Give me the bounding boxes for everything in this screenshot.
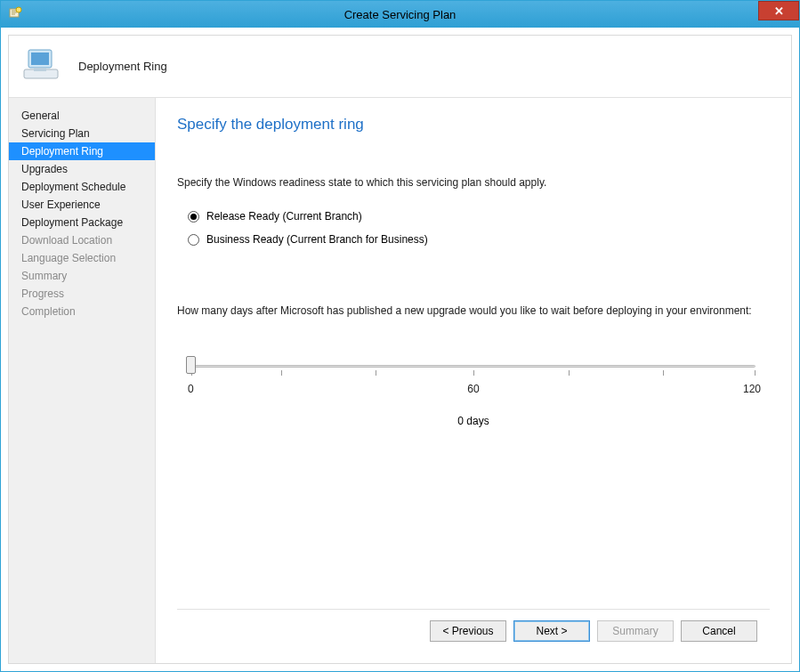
sidebar-item-servicing-plan[interactable]: Servicing Plan — [9, 125, 155, 142]
slider-caption: How many days after Microsoft has publis… — [177, 304, 770, 317]
slider-tick — [663, 370, 664, 376]
app-icon — [8, 6, 22, 20]
slider-value-readout: 0 days — [186, 415, 761, 427]
radio-label: Business Ready (Current Branch for Busin… — [206, 233, 428, 246]
wizard-header: Deployment Ring — [9, 36, 791, 98]
sidebar-item-language-selection: Language Selection — [9, 249, 155, 267]
radio-icon-unselected — [188, 234, 199, 246]
sidebar-item-summary: Summary — [9, 267, 155, 285]
slider-tick — [376, 370, 376, 376]
slider-min-label: 0 — [188, 383, 194, 395]
sidebar-item-deployment-package[interactable]: Deployment Package — [9, 214, 155, 231]
cancel-button[interactable]: Cancel — [681, 620, 757, 642]
slider-tick — [473, 370, 474, 376]
radio-icon-selected — [188, 211, 199, 223]
sidebar-item-deployment-ring[interactable]: Deployment Ring — [9, 142, 155, 160]
sidebar-item-upgrades[interactable]: Upgrades — [9, 160, 155, 178]
close-button[interactable]: ✕ — [758, 1, 799, 20]
wizard-inner: Deployment Ring General Servicing Plan D… — [8, 35, 792, 664]
computer-icon — [21, 45, 62, 88]
slider-tick — [569, 370, 570, 376]
sidebar-item-deployment-schedule[interactable]: Deployment Schedule — [9, 178, 155, 196]
svg-rect-3 — [31, 53, 49, 65]
svg-rect-5 — [34, 68, 46, 71]
sidebar-item-download-location: Download Location — [9, 231, 155, 249]
readiness-description: Specify the Windows readiness state to w… — [177, 176, 770, 189]
slider-axis-labels: 0 60 120 — [186, 383, 761, 399]
sidebar-item-progress: Progress — [9, 285, 155, 303]
slider-thumb[interactable] — [186, 356, 196, 374]
slider-max-label: 120 — [743, 383, 761, 395]
delay-slider[interactable]: 0 60 120 0 days — [177, 352, 770, 427]
wizard-body: General Servicing Plan Deployment Ring U… — [9, 98, 791, 663]
radio-business-ready[interactable]: Business Ready (Current Branch for Busin… — [177, 228, 770, 251]
svg-point-1 — [16, 7, 21, 12]
slider-line — [191, 365, 756, 368]
slider-mid-label: 60 — [467, 383, 479, 395]
sidebar-item-user-experience[interactable]: User Experience — [9, 196, 155, 214]
slider-track — [186, 352, 761, 379]
previous-button[interactable]: < Previous — [430, 620, 506, 642]
next-button[interactable]: Next > — [513, 620, 590, 642]
header-label: Deployment Ring — [78, 60, 167, 73]
titlebar: Create Servicing Plan ✕ — [1, 1, 799, 28]
slider-tick — [281, 370, 282, 376]
slider-tick — [755, 370, 756, 376]
close-icon: ✕ — [774, 4, 784, 18]
wizard-window: Create Servicing Plan ✕ Deployment Ring … — [0, 0, 800, 672]
sidebar-item-completion: Completion — [9, 303, 155, 320]
wizard-sidebar: General Servicing Plan Deployment Ring U… — [9, 98, 156, 663]
radio-label: Release Ready (Current Branch) — [206, 210, 362, 223]
sidebar-item-general[interactable]: General — [9, 107, 155, 125]
summary-button: Summary — [597, 620, 674, 642]
window-title: Create Servicing Plan — [344, 8, 457, 21]
page-title: Specify the deployment ring — [177, 116, 770, 134]
wizard-content: Specify the deployment ring Specify the … — [156, 98, 791, 663]
radio-release-ready[interactable]: Release Ready (Current Branch) — [177, 205, 770, 228]
wizard-footer: < Previous Next > Summary Cancel — [177, 609, 770, 652]
